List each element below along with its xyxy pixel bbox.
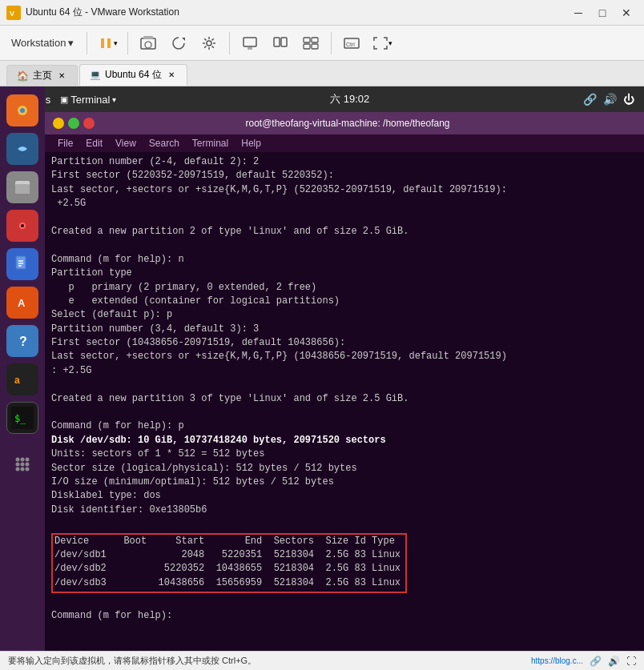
sidebar-icon-appstore[interactable]: A bbox=[6, 287, 38, 319]
sidebar-icon-firefox[interactable] bbox=[6, 94, 38, 126]
terminal-menu-edit[interactable]: Edit bbox=[79, 136, 109, 150]
sidebar-icon-amazon[interactable]: a bbox=[6, 363, 38, 395]
status-hint: 要将输入定向到该虚拟机，请将鼠标指针移入其中或按 Ctrl+G。 bbox=[8, 655, 256, 667]
term-line-26: Disk identifier: 0xe13805b6 bbox=[51, 504, 638, 517]
svg-rect-14 bbox=[312, 38, 318, 42]
partition-header: Device Boot Start End Sectors Size Id Ty… bbox=[54, 535, 400, 548]
window-controls: ─ □ ✕ bbox=[567, 4, 638, 22]
terminal-content[interactable]: Partition number (2-4, default 2): 2 Fir… bbox=[45, 152, 644, 651]
toolbar-separator-4 bbox=[331, 32, 332, 54]
gnome-topbar: Activities ▣ Terminal ▾ 六 19:02 🔗 🔊 ⏻ bbox=[0, 86, 644, 112]
terminal-menu-bar: File Edit View Search Terminal Help bbox=[45, 134, 644, 152]
close-button[interactable]: ✕ bbox=[615, 4, 638, 22]
status-icon-network: 🔗 bbox=[590, 656, 602, 667]
svg-point-21 bbox=[20, 108, 25, 113]
svg-rect-4 bbox=[141, 38, 155, 49]
tab-ubuntu[interactable]: 💻 Ubuntu 64 位 ✕ bbox=[79, 64, 187, 86]
sidebar-icon-files[interactable] bbox=[6, 171, 38, 203]
vm-display-btn1[interactable] bbox=[236, 30, 264, 56]
sidebar-icon-music[interactable] bbox=[6, 210, 38, 242]
status-icon-fullscreen[interactable]: ⛶ bbox=[626, 656, 636, 667]
terminal-menu-button[interactable]: ▣ Terminal ▾ bbox=[60, 94, 116, 106]
svg-rect-12 bbox=[281, 38, 287, 46]
terminal-window: root@theofang-virtual-machine: /home/the… bbox=[45, 112, 644, 651]
pause-button[interactable]: ▾ bbox=[94, 30, 121, 56]
svg-rect-2 bbox=[101, 38, 104, 48]
tab-home[interactable]: 🏠 主页 ✕ bbox=[6, 65, 78, 86]
terminal-close-btn[interactable] bbox=[83, 118, 95, 129]
revert-button[interactable] bbox=[165, 30, 192, 56]
vmware-icon: V bbox=[6, 6, 21, 20]
gnome-time: 六 19:02 bbox=[330, 93, 369, 105]
home-tab-close[interactable]: ✕ bbox=[56, 70, 67, 82]
svg-rect-15 bbox=[304, 44, 310, 49]
terminal-menu-label: Terminal bbox=[70, 94, 110, 106]
svg-rect-10 bbox=[248, 47, 252, 50]
terminal-menu-icon: ▣ bbox=[60, 94, 68, 105]
send-ctrl-alt-button[interactable]: Ctrl bbox=[338, 30, 365, 56]
workstation-menu-button[interactable]: Workstation ▾ bbox=[5, 34, 80, 52]
pause-dropdown-arrow: ▾ bbox=[114, 39, 118, 47]
power-icon: ⏻ bbox=[623, 93, 634, 106]
workstation-dropdown-icon: ▾ bbox=[68, 37, 74, 49]
svg-text:Ctrl: Ctrl bbox=[346, 42, 355, 47]
terminal-titlebar: root@theofang-virtual-machine: /home/the… bbox=[45, 112, 644, 134]
window-title: Ubuntu 64 位 - VMware Workstation bbox=[26, 6, 179, 19]
term-line-4: +2.5G bbox=[51, 197, 638, 211]
svg-rect-5 bbox=[143, 36, 153, 39]
svg-point-41 bbox=[16, 458, 20, 462]
term-line-2: First sector (5220352-20971519, default … bbox=[51, 169, 638, 183]
terminal-menu-help[interactable]: Help bbox=[235, 136, 268, 150]
maximize-button[interactable]: □ bbox=[591, 4, 614, 22]
terminal-controls bbox=[53, 118, 95, 129]
terminal-menu-search[interactable]: Search bbox=[143, 136, 186, 150]
term-line-17 bbox=[51, 378, 638, 391]
terminal-menu-terminal[interactable]: Terminal bbox=[186, 136, 235, 150]
svg-point-27 bbox=[21, 224, 24, 227]
svg-point-48 bbox=[21, 467, 25, 471]
svg-point-46 bbox=[26, 463, 30, 467]
term-line-25: Disklabel type: dos bbox=[51, 489, 638, 503]
terminal-menu-view[interactable]: View bbox=[109, 136, 143, 150]
minimize-button[interactable]: ─ bbox=[567, 4, 590, 22]
sidebar-icon-thunderbird[interactable] bbox=[6, 133, 38, 165]
svg-point-43 bbox=[26, 458, 30, 462]
settings-button[interactable] bbox=[195, 30, 223, 56]
sidebar-icon-help[interactable]: ? bbox=[6, 325, 38, 357]
toolbar-separator-3 bbox=[229, 32, 230, 54]
vm-display-btn2[interactable] bbox=[267, 30, 294, 56]
status-bar: 要将输入定向到该虚拟机，请将鼠标指针移入其中或按 Ctrl+G。 https:/… bbox=[0, 651, 644, 670]
ubuntu-tab-close[interactable]: ✕ bbox=[166, 70, 177, 81]
term-line-9: Partition type bbox=[51, 267, 638, 280]
term-line-23: Sector size (logical/physical): 512 byte… bbox=[51, 462, 638, 475]
svg-rect-11 bbox=[274, 38, 280, 46]
partition-table-box: Device Boot Start End Sectors Size Id Ty… bbox=[51, 533, 407, 594]
term-line-12: Select (default p): p bbox=[51, 308, 638, 322]
svg-text:A: A bbox=[18, 297, 26, 309]
term-line-27 bbox=[51, 517, 638, 531]
svg-rect-9 bbox=[244, 38, 256, 46]
term-line-22: Units: sectors of 1 * 512 = 512 bytes bbox=[51, 447, 638, 461]
terminal-title: root@theofang-virtual-machine: /home/the… bbox=[95, 118, 601, 129]
svg-marker-7 bbox=[182, 38, 185, 41]
fullscreen-dropdown-arrow: ▾ bbox=[388, 39, 392, 47]
svg-rect-3 bbox=[107, 38, 111, 48]
fullscreen-button[interactable]: ▾ bbox=[368, 30, 396, 56]
ubuntu-tab-label: Ubuntu 64 位 bbox=[105, 68, 162, 82]
svg-text:V: V bbox=[10, 10, 14, 18]
terminal-menu-file[interactable]: File bbox=[51, 136, 79, 150]
sidebar-icon-appgrid[interactable] bbox=[6, 448, 38, 480]
vm-display-btn3[interactable] bbox=[297, 30, 324, 56]
terminal-menu-arrow: ▾ bbox=[112, 95, 116, 104]
terminal-minimize-btn[interactable] bbox=[53, 118, 64, 129]
terminal-maximize-btn[interactable] bbox=[68, 118, 79, 129]
svg-text:?: ? bbox=[19, 335, 27, 348]
sidebar-icon-documents[interactable] bbox=[6, 248, 38, 280]
term-line-21: Disk /dev/sdb: 10 GiB, 10737418240 bytes… bbox=[51, 434, 638, 447]
sidebar-icon-terminal[interactable]: $_ bbox=[6, 402, 38, 434]
snapshot-button[interactable] bbox=[135, 30, 162, 56]
gnome-clock[interactable]: 六 19:02 bbox=[330, 92, 369, 106]
partition-row-2: /dev/sdb2 5220352 10438655 5218304 2.5G … bbox=[54, 562, 400, 576]
partition-row-3: /dev/sdb3 10438656 15656959 5218304 2.5G… bbox=[54, 576, 400, 590]
home-tab-label: 主页 bbox=[33, 69, 52, 82]
